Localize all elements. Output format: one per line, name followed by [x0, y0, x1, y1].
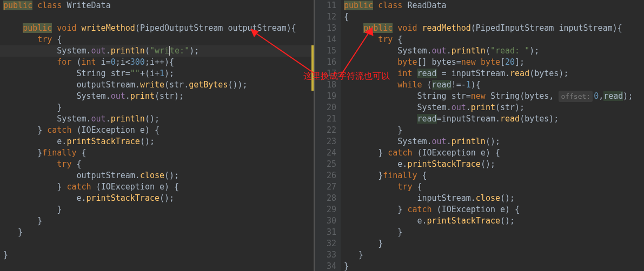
- code-line[interactable]: {: [344, 11, 644, 23]
- code-line[interactable]: try {: [3, 159, 314, 170]
- editor-pane-left[interactable]: public class WriteData public void write…: [0, 0, 314, 271]
- code-area-left[interactable]: public class WriteData public void write…: [0, 0, 314, 271]
- code-line[interactable]: public void readMethod(PipedInputStream …: [344, 23, 644, 34]
- line-number[interactable]: 17: [315, 68, 336, 79]
- code-line[interactable]: [3, 238, 314, 249]
- code-line[interactable]: System.out.print(str);: [3, 91, 314, 102]
- editor-split: public class WriteData public void write…: [0, 0, 644, 271]
- code-line[interactable]: }: [344, 227, 644, 238]
- line-number[interactable]: 27: [315, 181, 336, 193]
- line-number[interactable]: 11: [315, 0, 336, 11]
- line-number[interactable]: 24: [315, 147, 336, 159]
- editor-pane-right[interactable]: 1112131415161718192021222324252627282930…: [315, 0, 644, 271]
- code-line[interactable]: String str=new String(bytes, offset:0,re…: [344, 91, 644, 102]
- code-line[interactable]: System.out.println();: [344, 136, 644, 147]
- line-number[interactable]: 13: [315, 23, 336, 34]
- code-line[interactable]: System.out.println("read: ");: [344, 45, 644, 57]
- line-number[interactable]: 29: [315, 204, 336, 215]
- code-line[interactable]: public class ReadData: [344, 0, 644, 11]
- line-number[interactable]: 20: [315, 102, 336, 113]
- code-line[interactable]: }: [3, 204, 314, 215]
- line-number[interactable]: 32: [315, 238, 336, 249]
- code-line[interactable]: }: [344, 125, 644, 136]
- line-number[interactable]: 12: [315, 11, 336, 23]
- code-line[interactable]: }: [344, 249, 644, 261]
- code-line[interactable]: } catch (IOException e) {: [344, 204, 644, 215]
- code-line[interactable]: byte[] bytes=new byte[20];: [344, 57, 644, 68]
- code-line[interactable]: [3, 11, 314, 23]
- line-gutter-right[interactable]: 1112131415161718192021222324252627282930…: [315, 0, 341, 271]
- code-line[interactable]: inputStream.close();: [344, 193, 644, 204]
- code-line[interactable]: while (read!=-1){: [344, 79, 644, 91]
- code-line[interactable]: }: [3, 249, 314, 261]
- code-line[interactable]: try {: [3, 34, 314, 45]
- code-line[interactable]: } catch (IOException e) {: [3, 181, 314, 193]
- code-line[interactable]: public void writeMethod(PipedOutputStrea…: [3, 23, 314, 34]
- code-line[interactable]: }finally {: [344, 170, 644, 181]
- code-line[interactable]: e.printStackTrace();: [344, 159, 644, 170]
- code-line[interactable]: }: [3, 227, 314, 238]
- code-line[interactable]: } catch (IOException e) {: [344, 147, 644, 159]
- code-line[interactable]: String str=""+(i+1);: [3, 68, 314, 79]
- line-number[interactable]: 34: [315, 261, 336, 271]
- code-area-right[interactable]: public class ReadData{ public void readM…: [341, 0, 644, 271]
- line-number[interactable]: 23: [315, 136, 336, 147]
- line-number[interactable]: 26: [315, 170, 336, 181]
- code-line[interactable]: public class WriteData: [3, 0, 314, 11]
- code-line[interactable]: }finally {: [3, 147, 314, 159]
- code-line[interactable]: e.printStackTrace();: [344, 215, 644, 227]
- line-number[interactable]: 22: [315, 125, 336, 136]
- code-line[interactable]: }: [3, 215, 314, 227]
- code-line[interactable]: } catch (IOException e) {: [3, 125, 314, 136]
- line-number[interactable]: 31: [315, 227, 336, 238]
- code-line[interactable]: int read = inputStream.read(bytes);: [344, 68, 644, 79]
- code-line[interactable]: outputStream.close();: [3, 170, 314, 181]
- line-number[interactable]: 33: [315, 249, 336, 261]
- line-number[interactable]: 14: [315, 34, 336, 45]
- code-line[interactable]: e.printStackTrace();: [3, 136, 314, 147]
- line-number[interactable]: 30: [315, 215, 336, 227]
- line-number[interactable]: 19: [315, 91, 336, 102]
- code-line[interactable]: }: [3, 102, 314, 113]
- diff-marker: [311, 45, 314, 91]
- code-line[interactable]: System.out.println();: [3, 113, 314, 125]
- line-number[interactable]: 16: [315, 57, 336, 68]
- line-number[interactable]: 18: [315, 79, 336, 91]
- code-line[interactable]: e.printStackTrace();: [3, 193, 314, 204]
- code-line[interactable]: }: [344, 261, 644, 271]
- code-line[interactable]: try {: [344, 181, 644, 193]
- line-number[interactable]: 25: [315, 159, 336, 170]
- line-number[interactable]: 15: [315, 45, 336, 57]
- code-line[interactable]: read=inputStream.read(bytes);: [344, 113, 644, 125]
- code-line[interactable]: for (int i=0;i<300;i++){: [3, 57, 314, 68]
- code-line[interactable]: System.out.print(str);: [344, 102, 644, 113]
- code-line[interactable]: outputStream.write(str.getBytes());: [3, 79, 314, 91]
- code-line[interactable]: System.out.println("write:");: [3, 45, 314, 57]
- line-number[interactable]: 21: [315, 113, 336, 125]
- line-number[interactable]: 28: [315, 193, 336, 204]
- code-line[interactable]: try {: [344, 34, 644, 45]
- code-line[interactable]: }: [344, 238, 644, 249]
